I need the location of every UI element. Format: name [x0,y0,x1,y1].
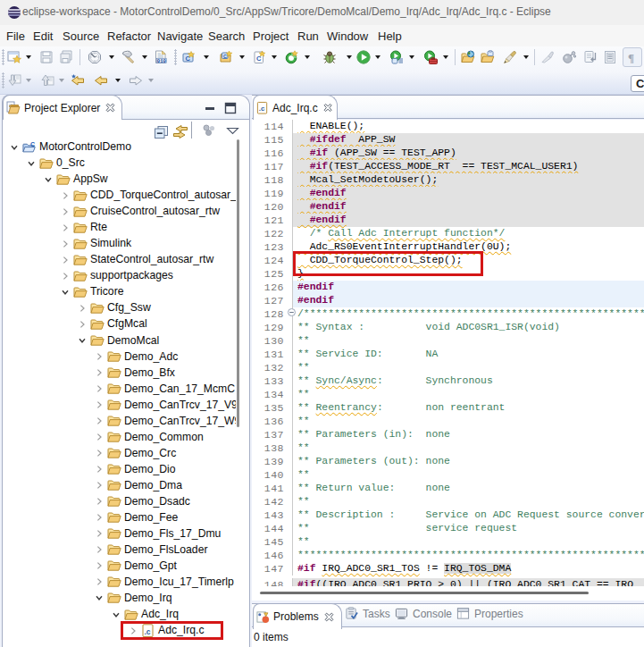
svg-text:C: C [30,140,35,147]
svg-text:¶: ¶ [628,51,634,64]
svg-text:010: 010 [157,58,167,64]
svg-text:C: C [223,54,227,59]
svg-text:.c: .c [259,105,265,113]
